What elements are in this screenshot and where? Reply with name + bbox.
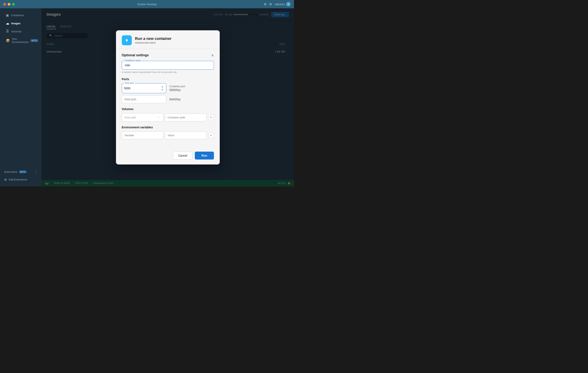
- sidebar-item-images[interactable]: ☁ Images: [2, 20, 40, 27]
- host-path-placeholder: Host path: [125, 116, 136, 119]
- containers-icon: ▣: [6, 13, 9, 17]
- container-port-value-1: 5000/tcp: [169, 88, 214, 92]
- extensions-section: Extensions BETA ⋮: [0, 169, 42, 175]
- dev-env-icon: 📦: [6, 39, 10, 43]
- dialog-icon: [122, 35, 132, 45]
- host-path-field[interactable]: Host path ···: [122, 113, 163, 121]
- volumes-section: Volumes Host path ··· +: [122, 107, 214, 121]
- username: salbahra: [274, 3, 285, 6]
- window-title: Docker Desktop: [137, 3, 157, 6]
- container-port-label-1: Container port: [169, 85, 214, 88]
- env-row-1: +: [122, 132, 214, 139]
- svg-point-1: [126, 39, 127, 40]
- app-body: ▣ Containers ☁ Images 🗄 Volumes 📦 Dev En…: [0, 8, 294, 186]
- host-port-input-1[interactable]: [124, 87, 161, 90]
- container-name-hint: A random name is generated if you do not…: [122, 71, 214, 73]
- optional-settings-header: Optional settings ∧: [122, 53, 214, 57]
- volumes-title: Volumes: [122, 107, 214, 111]
- container-name-input[interactable]: [122, 61, 214, 70]
- sidebar-item-containers[interactable]: ▣ Containers: [2, 12, 40, 19]
- settings-icon[interactable]: ⚙: [264, 2, 267, 6]
- sidebar: ▣ Containers ☁ Images 🗄 Volumes 📦 Dev En…: [0, 8, 42, 186]
- user-info[interactable]: salbahra S: [274, 2, 291, 6]
- dialog-title-area: Run a new container miloteam/aio:latest: [135, 37, 172, 44]
- volume-row-1: Host path ··· +: [122, 113, 214, 121]
- sidebar-item-dev-environments[interactable]: 📦 Dev Environments BETA: [2, 36, 40, 45]
- host-port-input-2[interactable]: [122, 95, 166, 103]
- container-name-wrapper: Container name: [122, 61, 214, 70]
- port-row-1: Host port ▲ ▼ Container: [122, 83, 214, 93]
- ports-title: Ports: [122, 77, 214, 81]
- browse-icon[interactable]: ···: [158, 115, 160, 119]
- sidebar-item-label: Containers: [11, 14, 24, 17]
- traffic-lights: [3, 3, 15, 6]
- optional-settings-title: Optional settings: [122, 53, 149, 57]
- images-icon: ☁: [6, 22, 9, 25]
- extensions-label: Extensions: [4, 170, 17, 173]
- extensions-beta-badge: BETA: [19, 171, 27, 173]
- container-path-input[interactable]: [165, 114, 206, 121]
- add-icon: ⊕: [4, 177, 7, 182]
- container-name-label: Container name: [124, 59, 142, 62]
- main-content: Images 1.64 GB IN USE UNUSED Clean up...…: [42, 8, 294, 186]
- dialog-title: Run a new container: [135, 37, 172, 41]
- title-bar-actions: ⚙ ⚙ salbahra S: [264, 2, 291, 6]
- host-port-label-1: Host port: [124, 82, 135, 84]
- port-row-2: 8443/tcp: [122, 95, 214, 103]
- container-port-2: 8443/tcp: [169, 98, 214, 101]
- collapse-button[interactable]: ∧: [211, 53, 214, 57]
- stepper-buttons-1: ▲ ▼: [161, 85, 164, 91]
- container-port-value-2: 8443/tcp: [169, 98, 214, 101]
- env-section: Environment variables +: [122, 126, 214, 139]
- dialog-subtitle: miloteam/aio:latest: [135, 41, 172, 44]
- overlay: Run a new container miloteam/aio:latest …: [42, 8, 294, 186]
- sidebar-item-label: Dev Environments: [12, 37, 28, 44]
- sidebar-item-volumes[interactable]: 🗄 Volumes: [2, 28, 40, 35]
- dialog-footer: Cancel Run: [116, 148, 220, 165]
- container-name-field: Container name A random name is generate…: [122, 61, 214, 73]
- add-extensions-item[interactable]: ⊕ Add Extensions: [0, 176, 42, 183]
- dev-env-beta-badge: BETA: [31, 39, 38, 42]
- host-port-field-2: [122, 95, 166, 103]
- stepper-down-1[interactable]: ▼: [161, 88, 164, 91]
- env-title: Environment variables: [122, 126, 214, 129]
- container-port-1: Container port 5000/tcp: [169, 85, 214, 92]
- close-button[interactable]: [3, 3, 6, 6]
- sidebar-item-label: Images: [11, 22, 21, 25]
- avatar: S: [286, 2, 291, 6]
- dialog-header: Run a new container miloteam/aio:latest: [116, 30, 220, 49]
- stepper-up-1[interactable]: ▲: [161, 85, 164, 88]
- add-extensions-label: Add Extensions: [9, 178, 27, 181]
- host-port-field-1: Host port ▲ ▼: [122, 83, 166, 93]
- variable-input[interactable]: [122, 132, 163, 139]
- add-env-button[interactable]: +: [208, 132, 214, 138]
- maximize-button[interactable]: [12, 3, 15, 6]
- dialog: Run a new container miloteam/aio:latest …: [116, 30, 220, 165]
- value-input[interactable]: [165, 132, 206, 139]
- minimize-button[interactable]: [8, 3, 10, 6]
- dialog-body: Optional settings ∧ Container name A ran…: [116, 49, 220, 148]
- cancel-button[interactable]: Cancel: [173, 152, 193, 160]
- gear-icon[interactable]: ⚙: [269, 2, 272, 6]
- sidebar-item-label: Volumes: [11, 30, 21, 33]
- ports-section: Ports Host port ▲ ▼: [122, 77, 214, 103]
- add-volume-button[interactable]: +: [208, 114, 214, 120]
- run-button[interactable]: Run: [195, 152, 214, 160]
- title-bar: Docker Desktop ⚙ ⚙ salbahra S: [0, 0, 294, 8]
- extensions-more-button[interactable]: ⋮: [35, 170, 37, 173]
- volumes-icon: 🗄: [6, 30, 9, 33]
